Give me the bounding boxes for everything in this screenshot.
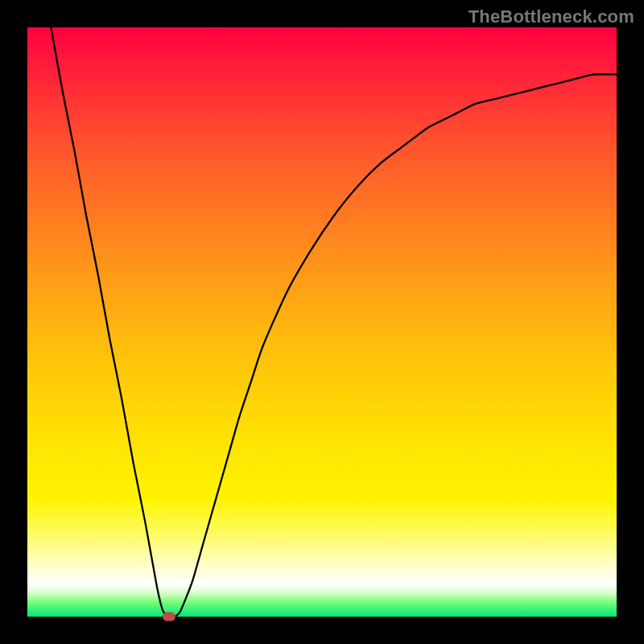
watermark-text: TheBottleneck.com: [469, 6, 634, 27]
bottleneck-curve: [27, 27, 617, 617]
minimum-marker: [163, 613, 175, 621]
curve-path: [51, 27, 617, 617]
chart-frame: TheBottleneck.com: [0, 0, 644, 644]
chart-plot-area: [27, 27, 617, 617]
